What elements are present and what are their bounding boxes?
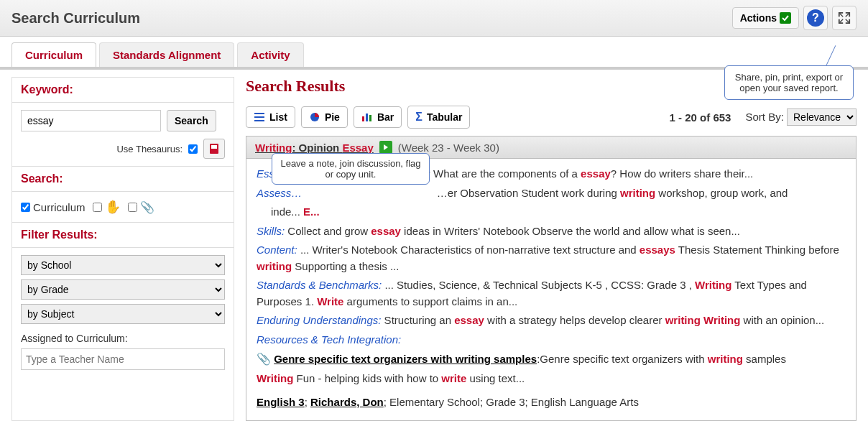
scope-activity[interactable]: ✋	[93, 199, 121, 215]
svg-rect-3	[362, 116, 364, 121]
sortby-select[interactable]: Relevance	[787, 108, 857, 126]
arrow-right-icon	[382, 144, 389, 151]
skills-text: Collect and grow essay ideas in Writers'…	[285, 225, 740, 237]
eu-text: Structuring an essay with a strategy hel…	[381, 314, 824, 326]
tab-curriculum[interactable]: Curriculum	[11, 42, 96, 67]
course-link[interactable]: English 3	[257, 396, 305, 408]
scope-attachment[interactable]: 📎	[128, 200, 154, 214]
scope-curriculum-checkbox[interactable]	[21, 203, 30, 212]
result-title-pre: Writing	[255, 142, 292, 154]
check-icon	[780, 12, 791, 24]
help-button[interactable]: ?	[803, 6, 828, 30]
pie-icon	[309, 111, 320, 123]
thesaurus-button[interactable]	[203, 139, 225, 159]
sep1: ;	[305, 396, 310, 408]
view-bar-button[interactable]: Bar	[354, 106, 402, 128]
content-text: ... Writer's Notebook Characteristics of…	[257, 244, 839, 272]
unit-actions-button[interactable]	[379, 141, 392, 154]
view-tab-label: Tabular	[427, 111, 463, 123]
filter-subject[interactable]: by Subject	[21, 304, 225, 324]
scope-attachment-checkbox[interactable]	[128, 203, 137, 212]
filter-grade[interactable]: by Grade	[21, 279, 225, 300]
result-title-mid: : Opinion	[292, 142, 342, 154]
result-count: 1 - 20 of 653	[670, 111, 731, 124]
thesaurus-label: Use Thesaurus:	[116, 144, 183, 154]
view-list-button[interactable]: List	[246, 106, 295, 128]
page-title: Search Curriculum	[11, 10, 140, 27]
expand-icon	[838, 11, 851, 24]
help-icon: ?	[807, 9, 824, 27]
keyword-input[interactable]	[21, 110, 161, 131]
list-icon	[254, 112, 265, 122]
wf-text: Writing Fun - helping kids with how to w…	[257, 372, 525, 384]
fullscreen-button[interactable]	[832, 6, 857, 30]
search-button[interactable]: Search	[167, 110, 216, 131]
view-pie-button[interactable]: Pie	[301, 106, 348, 128]
svg-rect-1	[211, 145, 217, 149]
tab-activity[interactable]: Activity	[237, 42, 303, 67]
assess-line2: inde... E...	[271, 205, 320, 218]
week-range: (Week 23 - Week 30)	[398, 142, 499, 154]
genre-link[interactable]: Genre specific text organizers with writ…	[274, 353, 537, 365]
attachment-icon: 📎	[257, 353, 271, 365]
result-title-link[interactable]: Writing: Opinion Essay	[255, 142, 374, 154]
sigma-icon: Σ	[415, 111, 423, 124]
filter-heading: Filter Results:	[12, 223, 234, 248]
svg-rect-4	[366, 114, 368, 121]
assess-label: Assess…	[257, 187, 302, 199]
sortby-label: Sort By:	[745, 111, 783, 123]
footer-rest: ; Elementary School; Grade 3; English La…	[384, 396, 639, 408]
skills-label: Skills:	[257, 225, 285, 237]
filter-school[interactable]: by School	[21, 255, 225, 275]
thesaurus-checkbox[interactable]	[188, 144, 198, 154]
assess-text: xxxxxxxxxxxxxxxxxxxxxxxxx…er Observation…	[302, 187, 788, 199]
content-label: Content:	[257, 244, 297, 256]
bar-icon	[361, 112, 373, 122]
scope-activity-checkbox[interactable]	[93, 203, 102, 212]
book-icon	[208, 142, 221, 155]
teacher-input[interactable]	[21, 348, 225, 370]
paperclip-icon: 📎	[140, 200, 154, 214]
view-tabular-button[interactable]: Σ Tabular	[407, 106, 470, 129]
svg-rect-5	[369, 115, 371, 121]
result-title-kw: Essay	[342, 142, 373, 154]
keyword-heading: Keyword:	[12, 78, 234, 103]
search-heading: Search:	[12, 167, 234, 192]
teacher-link[interactable]: Richards, Don	[310, 396, 384, 408]
unit-actions-tooltip: Leave a note, join discussion, flag or c…	[272, 153, 430, 185]
hand-icon: ✋	[105, 199, 121, 215]
view-list-label: List	[269, 111, 287, 123]
view-bar-label: Bar	[377, 111, 394, 123]
genre-text: :Genre specific text organizers with wri…	[537, 353, 786, 365]
actions-tooltip: Share, pin, print, export or open your s…	[724, 65, 854, 100]
assigned-label: Assigned to Curriculum:	[21, 333, 225, 344]
sb-label: Standards & Benchmarks:	[257, 279, 382, 291]
rti-label: Resources & Tech Integration:	[257, 333, 401, 346]
view-pie-label: Pie	[325, 111, 340, 123]
actions-button[interactable]: Actions	[732, 7, 799, 29]
eu-label: Enduring Understandings:	[257, 314, 381, 326]
scope-curriculum[interactable]: Curriculum	[21, 201, 86, 213]
tab-standards[interactable]: Standards Alignment	[99, 42, 234, 67]
sidebar: Keyword: Search Use Thesaurus: Search:	[11, 77, 234, 421]
actions-label: Actions	[740, 12, 777, 24]
scope-curriculum-label: Curriculum	[33, 201, 86, 213]
